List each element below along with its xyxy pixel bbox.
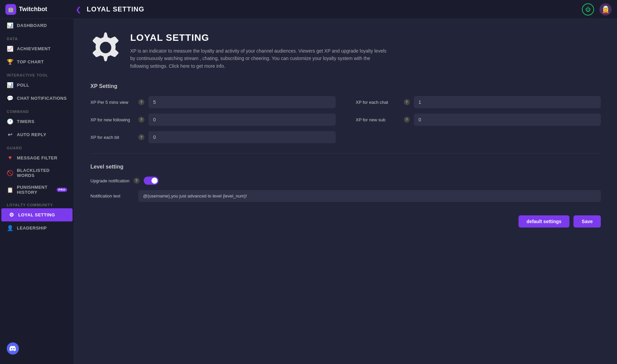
upgrade-notification-label: Upgrade notification [90,178,130,183]
sidebar-item-achievement[interactable]: 📈 ACHIEVEMENT [0,42,74,55]
default-settings-button[interactable]: default settings [518,215,569,228]
sidebar-item-message-filter[interactable]: 🔻 MESSAGE FILTER [0,151,74,164]
sidebar-item-timers[interactable]: 🕐 TIMERS [0,115,74,128]
sidebar-item-label: AUTO REPLY [17,132,46,137]
xp-new-following-row: XP for new following ? [90,114,336,126]
xp-per-5-mins-help[interactable]: ? [138,99,144,105]
xp-new-sub-label: XP for new sub [356,117,400,122]
notification-text-input[interactable] [138,190,601,202]
upgrade-notification-row: Upgrade notification ? [90,177,601,185]
sidebar-item-label: PUNISHMENT HISTORY [17,185,52,195]
xp-new-sub-help[interactable]: ? [404,117,410,123]
sidebar-item-leadership[interactable]: 👤 LEADERSHIP [0,221,74,235]
pro-badge: PRO [57,188,67,192]
sidebar-item-label: LEADERSHIP [17,225,47,231]
blacklisted-words-icon: 🚫 [7,170,13,176]
punishment-history-icon: 📋 [7,187,13,193]
xp-each-bit-input[interactable] [148,131,336,143]
sidebar-item-label: LOYAL SETTING [18,212,55,217]
sidebar-item-label: MESSAGE FILTER [17,155,57,160]
xp-each-bit-help[interactable]: ? [138,134,144,140]
main-layout: 📊 DASHBOARD Data 📈 ACHIEVEMENT 🏆 TOP CHA… [0,19,617,364]
achievement-icon: 📈 [7,46,13,52]
sidebar-item-top-chart[interactable]: 🏆 TOP CHART [0,55,74,68]
sidebar-section-data: Data [0,32,74,42]
topbar: 🤖 Twitchbot ❮ LOYAL SETTING ⏻ 🧝 [0,0,617,19]
sidebar-item-auto-reply[interactable]: ↩ AUTO REPLY [0,128,74,141]
leadership-icon: 👤 [7,225,13,231]
sidebar-item-label: DASHBOARD [17,23,47,28]
xp-each-chat-input[interactable] [414,96,601,108]
xp-per-5-mins-label: XP Per 5 mins view [90,100,134,105]
xp-each-chat-help[interactable]: ? [404,99,410,105]
xp-new-sub-row: XP for new sub ? [356,114,601,126]
auto-reply-icon: ↩ [7,131,13,138]
topbar-right: ⏻ 🧝 [582,3,612,16]
avatar[interactable]: 🧝 [599,3,612,16]
sidebar-item-label: TIMERS [17,119,34,124]
level-section-title: Level setting [90,164,601,170]
loyal-setting-icon: ⚙ [8,212,15,218]
sidebar-section-loyalty: LOYALTY COMMUNITY [0,198,74,208]
notification-text-row: Notification text [90,190,601,202]
page-description: XP is an indicator to measure the loyalt… [130,47,387,70]
sidebar-item-label: ACHIEVEMENT [17,46,51,51]
chat-notifications-icon: 💬 [7,95,13,101]
xp-new-following-input[interactable] [148,114,336,126]
divider [90,153,601,154]
sidebar-bottom [0,338,74,359]
xp-new-sub-input[interactable] [414,114,601,126]
sidebar-item-punishment-history[interactable]: 📋 PUNISHMENT HISTORY PRO [0,181,74,198]
sidebar-item-label: BLACKLISTED WORDS [17,168,67,178]
xp-per-5-mins-input[interactable] [148,96,336,108]
message-filter-icon: 🔻 [7,155,13,161]
xp-each-bit-label: XP for each bit [90,135,134,140]
sidebar-item-chat-notifications[interactable]: 💬 CHAT NOTIFICATIONS [0,92,74,105]
collapse-button[interactable]: ❮ [76,5,81,13]
sidebar-item-loyal-setting[interactable]: ⚙ LOYAL SETTING [1,208,73,221]
xp-new-following-label: XP for new following [90,117,134,122]
sidebar: 📊 DASHBOARD Data 📈 ACHIEVEMENT 🏆 TOP CHA… [0,19,74,364]
sidebar-item-blacklisted-words[interactable]: 🚫 BLACKLISTED WORDS [0,164,74,181]
dashboard-icon: 📊 [7,22,13,29]
xp-each-chat-row: XP for each chat ? [356,96,601,108]
xp-form-grid: XP Per 5 mins view ? XP for new followin… [90,96,601,143]
xp-right-col: XP for each chat ? XP for new sub ? [356,96,601,143]
upgrade-notification-toggle[interactable] [144,177,159,185]
xp-left-col: XP Per 5 mins view ? XP for new followin… [90,96,336,143]
page-header-icon [90,32,121,68]
logo: 🤖 Twitchbot [5,4,73,15]
page-header-text: LOYAL SETTING XP is an indicator to meas… [130,32,387,70]
page-main-title: LOYAL SETTING [130,32,387,43]
xp-each-bit-row: XP for each bit ? [90,131,336,143]
sidebar-item-label: CHAT NOTIFICATIONS [17,96,67,101]
sidebar-section-guard: Guard [0,141,74,151]
sidebar-item-poll[interactable]: 📊 POLL [0,79,74,92]
poll-icon: 📊 [7,82,13,88]
upgrade-notification-help[interactable]: ? [134,178,140,184]
xp-each-chat-label: XP for each chat [356,100,400,105]
discord-button[interactable] [7,342,19,355]
notification-text-label: Notification text [90,193,134,199]
xp-section-title: XP Setting [90,83,601,89]
sidebar-section-interactive: Interactive tool [0,68,74,79]
action-bar: default settings Save [90,215,601,228]
page-header: LOYAL SETTING XP is an indicator to meas… [90,32,601,70]
sidebar-item-dashboard[interactable]: 📊 DASHBOARD [0,19,74,32]
save-button[interactable]: Save [573,215,601,228]
xp-per-5-mins-row: XP Per 5 mins view ? [90,96,336,108]
app-name: Twitchbot [19,6,47,13]
content-area: LOYAL SETTING XP is an indicator to meas… [74,19,617,364]
xp-new-following-help[interactable]: ? [138,117,144,123]
top-chart-icon: 🏆 [7,59,13,65]
sidebar-item-label: POLL [17,83,29,88]
toggle-slider [144,177,159,185]
page-title: LOYAL SETTING [81,5,582,13]
power-button[interactable]: ⏻ [582,3,594,16]
sidebar-item-label: TOP CHART [17,59,44,64]
timers-icon: 🕐 [7,118,13,125]
sidebar-section-command: Command [0,105,74,115]
logo-icon: 🤖 [5,4,16,15]
